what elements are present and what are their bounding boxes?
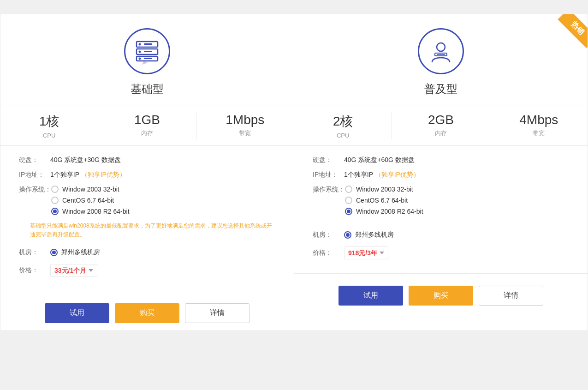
- buy-button[interactable]: 购买: [115, 303, 179, 323]
- spec-item: 2核 CPU: [294, 113, 392, 139]
- os-option[interactable]: CentOS 6.7 64-bit: [345, 197, 423, 204]
- buy-button[interactable]: 购买: [409, 286, 473, 306]
- detail-button[interactable]: 详情: [479, 286, 543, 306]
- datacenter-radio: [50, 249, 58, 256]
- radio-circle: [51, 197, 59, 204]
- os-options: Window 2003 32-bit CentOS 6.7 64-bit Win…: [345, 186, 423, 215]
- details-section: 硬盘： 40G 系统盘+30G 数据盘 IP地址： 1个独享IP （独享IP优势…: [0, 156, 294, 239]
- ip-link[interactable]: （独享IP优势）: [375, 171, 420, 178]
- os-label: 操作系统：: [313, 186, 345, 194]
- detail-button[interactable]: 详情: [185, 303, 249, 323]
- datacenter-name: 郑州多线机房: [355, 231, 394, 239]
- os-option-label: CentOS 6.7 64-bit: [62, 197, 114, 204]
- card-icon-basic: [124, 28, 170, 74]
- svg-rect-7: [144, 51, 152, 52]
- spec-item: 2GB 内存: [392, 113, 490, 139]
- icon-circle: [124, 28, 170, 74]
- spec-item: 1核 CPU: [0, 113, 98, 139]
- ip-label: IP地址：: [19, 171, 50, 179]
- svg-rect-6: [144, 43, 152, 45]
- spec-item: 4Mbps 带宽: [490, 113, 588, 139]
- datacenter-radio: [344, 231, 351, 239]
- svg-point-9: [437, 43, 445, 51]
- radio-circle: [345, 186, 352, 193]
- ip-link[interactable]: （独享IP优势）: [81, 171, 126, 178]
- price-select[interactable]: 33元/1个月66元/2个月99元/3个月330元/年: [50, 264, 97, 277]
- ip-row: IP地址： 1个独享IP （独享IP优势）: [19, 171, 275, 179]
- price-select[interactable]: 918元/3年66元/月330元/年: [344, 246, 388, 259]
- divider: [0, 291, 294, 291]
- os-option[interactable]: Window 2003 32-bit: [345, 186, 423, 193]
- ip-value: 1个独享IP （独享IP优势）: [50, 171, 126, 179]
- datacenter-name: 郑州多线机房: [61, 248, 100, 257]
- disk-row: 硬盘： 40G 系统盘+60G 数据盘: [313, 156, 569, 164]
- datacenter-label: 机房：: [313, 231, 344, 239]
- os-option-label: Window 2008 R2 64-bit: [356, 208, 423, 215]
- os-option-label: Window 2008 R2 64-bit: [62, 208, 130, 215]
- os-option[interactable]: Window 2003 32-bit: [51, 186, 130, 193]
- os-option[interactable]: Window 2008 R2 64-bit: [345, 208, 423, 215]
- price-label: 价格：: [313, 249, 344, 257]
- card-title: 基础型: [131, 82, 164, 96]
- os-option-label: CentOS 6.7 64-bit: [356, 197, 408, 204]
- os-row: 操作系统： Window 2003 32-bit CentOS 6.7 64-b…: [19, 186, 275, 215]
- spec-value: 1核: [39, 113, 59, 130]
- spec-value: 2核: [333, 113, 353, 130]
- spec-item: 1GB 内存: [98, 113, 196, 139]
- spec-value: 4Mbps: [519, 113, 558, 127]
- datacenter-section: 机房： 郑州多线机房 价格： 918元/3年66元/月330元/年: [294, 222, 588, 269]
- ip-label: IP地址：: [313, 171, 344, 179]
- card-icon-popular: [418, 28, 464, 74]
- datacenter-row: 机房： 郑州多线机房: [313, 231, 569, 239]
- os-option[interactable]: CentOS 6.7 64-bit: [51, 197, 130, 204]
- svg-point-4: [139, 51, 141, 53]
- spec-label: 内存: [435, 129, 447, 138]
- spec-value: 1Mbps: [226, 113, 264, 127]
- disk-label: 硬盘：: [19, 156, 50, 164]
- icon-circle: [418, 28, 464, 74]
- disk-value: 40G 系统盘+60G 数据盘: [344, 156, 415, 164]
- card-title: 普及型: [424, 82, 457, 96]
- datacenter-row: 机房： 郑州多线机房: [19, 248, 275, 257]
- card-basic: 基础型 1核 CPU 1GB 内存 1Mbps 带宽 硬盘： 40G 系统盘+3…: [0, 14, 294, 331]
- ip-row: IP地址： 1个独享IP （独享IP优势）: [313, 171, 569, 179]
- price-row: 价格： 918元/3年66元/月330元/年: [313, 246, 569, 259]
- radio-circle: [51, 208, 59, 215]
- svg-point-5: [139, 58, 141, 60]
- price-label: 价格：: [19, 266, 50, 275]
- spec-label: 带宽: [533, 129, 545, 138]
- datacenter-value: 郑州多线机房: [344, 231, 394, 239]
- os-option[interactable]: Window 2008 R2 64-bit: [51, 208, 130, 215]
- divider: [294, 273, 588, 274]
- hot-badge-label: 热销: [558, 14, 588, 48]
- spec-label: 带宽: [239, 129, 251, 138]
- hot-badge: 热销: [546, 14, 588, 56]
- radio-circle: [51, 186, 59, 193]
- spec-label: CPU: [337, 132, 349, 139]
- disk-label: 硬盘：: [313, 156, 344, 164]
- page-wrapper: 基础型 1核 CPU 1GB 内存 1Mbps 带宽 硬盘： 40G 系统盘+3…: [0, 14, 588, 331]
- button-row: 试用 购买 详情: [0, 296, 294, 330]
- os-options: Window 2003 32-bit CentOS 6.7 64-bit Win…: [51, 186, 130, 215]
- os-warning: 基础型只能满足win2008系统的最低配置要求，为了更好地满足您的需求，建议您选…: [30, 222, 275, 239]
- disk-value: 40G 系统盘+30G 数据盘: [50, 156, 121, 164]
- radio-circle: [345, 197, 352, 204]
- details-section: 硬盘： 40G 系统盘+60G 数据盘 IP地址： 1个独享IP （独享IP优势…: [294, 156, 588, 222]
- price-row: 价格： 33元/1个月66元/2个月99元/3个月330元/年: [19, 264, 275, 277]
- spec-label: 内存: [141, 129, 153, 138]
- radio-circle: [345, 208, 352, 215]
- spec-value: 2GB: [428, 113, 454, 127]
- ip-value: 1个独享IP （独享IP优势）: [344, 171, 420, 179]
- os-option-label: Window 2003 32-bit: [356, 186, 413, 193]
- trial-button[interactable]: 试用: [339, 286, 403, 306]
- button-row: 试用 购买 详情: [294, 278, 588, 313]
- trial-button[interactable]: 试用: [45, 303, 109, 323]
- datacenter-section: 机房： 郑州多线机房 价格： 33元/1个月66元/2个月99元/3个月330元…: [0, 239, 294, 286]
- os-label: 操作系统：: [19, 186, 51, 194]
- svg-rect-8: [144, 58, 152, 59]
- spec-value: 1GB: [134, 113, 160, 127]
- os-row: 操作系统： Window 2003 32-bit CentOS 6.7 64-b…: [313, 186, 569, 215]
- specs-bar: 1核 CPU 1GB 内存 1Mbps 带宽: [0, 106, 294, 146]
- specs-bar: 2核 CPU 2GB 内存 4Mbps 带宽: [294, 106, 588, 146]
- svg-point-3: [139, 43, 141, 46]
